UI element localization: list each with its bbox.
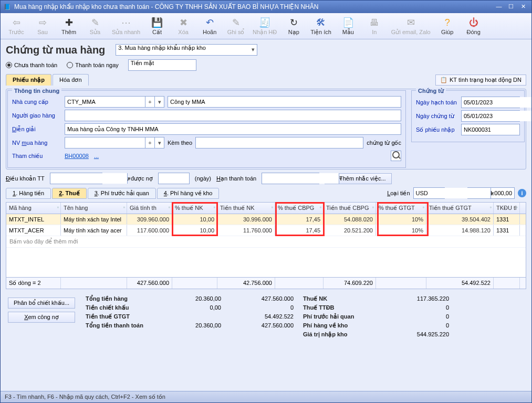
docinfo-legend: Chứng từ	[416, 88, 446, 94]
table-row[interactable]: MTXT_INTELMáy tính xách tay Intel309.960…	[6, 214, 526, 225]
toolbar-icon: ⇦	[13, 16, 20, 29]
acc-date-input[interactable]: 🕘▾	[461, 97, 520, 108]
toolbar-icon: 💾	[151, 16, 163, 29]
ref-link[interactable]: BH00008	[65, 153, 89, 159]
col-pct-thue-cbpg[interactable]: % thuế CBPG	[275, 203, 324, 214]
check-icon: 📋	[440, 77, 447, 83]
tax-grid: Mã hàng Tên hàng Giá tính th % thuế NK T…	[6, 202, 526, 289]
col-tien-thue-cbpg[interactable]: Tiền thuế CBPG	[324, 203, 376, 214]
toolbar-icon: ✉	[407, 16, 415, 29]
terms-dk-label: Điều khoản TT	[6, 175, 45, 182]
doc-no-input[interactable]	[461, 124, 520, 135]
toolbar-đóng[interactable]: ⏻Đóng	[462, 15, 485, 37]
emp-combo[interactable]: +▾	[65, 137, 164, 149]
currency-label: Loại tiền	[387, 190, 410, 197]
toolbar-icon: ✎	[232, 16, 240, 29]
toolbar-trước: ⇦Trước	[5, 15, 28, 37]
ref-more[interactable]: ...	[94, 153, 99, 159]
phan-bo-button[interactable]: Phân bổ chiết khấu...	[8, 298, 75, 309]
radio-unpaid[interactable]: Chưa thanh toán	[6, 62, 57, 69]
doc-date-label: Ngày chứng từ	[416, 113, 458, 120]
toolbar-icon: ⏻	[469, 16, 478, 29]
terms-days-input[interactable]	[158, 173, 190, 184]
col-gia-tinh-thue[interactable]: Giá tính th	[127, 203, 172, 214]
toolbar-icon: 📄	[342, 16, 354, 29]
subtab-phi-ve[interactable]: 4. Phí hàng về kho	[157, 188, 220, 199]
terms-due-combo[interactable]: ▾	[262, 173, 319, 184]
pay-method-select[interactable]: Tiền mặt	[128, 59, 196, 71]
col-pct-thue-nk[interactable]: % thuế NK	[172, 203, 217, 214]
toolbar-icon: 🧾	[259, 16, 270, 29]
lbl-tien-thue-gtgt: Tiền thuế GTGT	[86, 313, 159, 320]
acc-date-label: Ngày hạch toán	[416, 99, 458, 106]
doc-date-input[interactable]: ▾	[461, 110, 520, 122]
terms-days-unit: (ngày)	[195, 175, 211, 182]
toolbar-icon: ⇨	[39, 16, 47, 29]
ref-label: Tham chiếu	[12, 153, 61, 160]
xem-cong-no-button[interactable]: Xem công nợ	[8, 312, 75, 323]
minimize-button[interactable]: —	[494, 3, 504, 11]
grid-header: Mã hàng Tên hàng Giá tính th % thuế NK T…	[6, 203, 526, 214]
statusbar: F3 - Tìm nhanh, F6 - Nhập mã quy cách, C…	[1, 391, 531, 402]
col-tien-thue-gtgt[interactable]: Tiền thuế GTGT	[426, 203, 494, 214]
toolbar-icon: ?	[445, 16, 450, 29]
toolbar-nạp[interactable]: ↻Nạp	[282, 15, 305, 37]
doc-type-select[interactable]: 3. Mua hàng nhập khẩu nhập kho	[116, 44, 257, 56]
lbl-phi-truoc-hq: Phí trước hải quan	[303, 313, 377, 320]
window-title: Mua hàng nhập khẩu nhập kho chưa thanh t…	[14, 3, 492, 10]
toolbar-icon: ↻	[290, 16, 298, 29]
kem-theo-label: Kèm theo	[168, 140, 192, 146]
col-ma-hang[interactable]: Mã hàng	[6, 203, 61, 214]
lbl-gia-tri-nhap-kho: Giá trị nhập kho	[303, 331, 377, 338]
toolbar-sửa-nhanh: ⋯Sửa nhanh	[110, 15, 142, 37]
terms-dk-combo[interactable]: ▾	[50, 173, 102, 184]
toolbar-icon: ✚	[65, 16, 73, 29]
toolbar-icon: ⋯	[121, 16, 131, 29]
doc-no-label: Số phiếu nhập	[416, 126, 458, 133]
col-tien-thue-nk[interactable]: Tiền thuế NK	[217, 203, 275, 214]
toolbar-icon: 🖶	[370, 16, 379, 29]
radio-paynow[interactable]: Thanh toán ngay	[67, 62, 119, 68]
subtab-thue[interactable]: 2. Thuế	[52, 188, 86, 199]
deliverer-input[interactable]	[65, 110, 401, 121]
titlebar: 📘 Mua hàng nhập khẩu nhập kho chưa thanh…	[1, 1, 531, 13]
tab-phieu-nhap[interactable]: Phiếu nhập	[6, 74, 51, 86]
toolbar-tiện-ích[interactable]: 🛠Tiện ích	[308, 15, 333, 37]
toolbar-mẫu[interactable]: 📄Mẫu	[337, 15, 360, 37]
currency-combo[interactable]: ▾	[413, 187, 445, 199]
close-button[interactable]: ✕	[518, 3, 528, 11]
search-icon	[392, 151, 400, 158]
desc-input[interactable]	[65, 123, 401, 135]
main-toolbar: ⇦Trước⇨Sau✚Thêm✎Sửa⋯Sửa nhanh💾Cất✖Xóa↶Ho…	[1, 13, 531, 39]
table-row[interactable]: MTXT_ACERMáy tính xách tay acer117.600.0…	[6, 225, 526, 236]
subtab-phi-truoc[interactable]: 3. Phí trước hải quan	[88, 188, 156, 199]
terms-due-label: Hạn thanh toán	[216, 175, 256, 182]
col-pct-thue-gtgt[interactable]: % thuế GTGT	[376, 203, 426, 214]
info-icon[interactable]: i	[518, 189, 526, 197]
lbl-tong-thanh-toan: Tổng tiền thanh toán	[86, 322, 159, 329]
subtab-hang-tien[interactable]: 1. Hàng tiền	[6, 188, 51, 199]
add-row-hint[interactable]: Bấm vào đây để thêm mới	[6, 236, 526, 248]
toolbar-thêm[interactable]: ✚Thêm	[57, 15, 80, 37]
toolbar-hoãn[interactable]: ↶Hoãn	[198, 15, 221, 37]
lbl-phi-hang-ve: Phí hàng về kho	[303, 322, 377, 329]
ref-search-button[interactable]	[391, 151, 401, 161]
col-tkdu[interactable]: TKĐU tl	[494, 203, 520, 214]
supplier-combo[interactable]: +▾	[65, 96, 164, 108]
lbl-thue-ttdb: Thuế TTĐB	[303, 304, 377, 311]
supplier-label: Nhà cung cấp	[12, 99, 61, 105]
check-status-button[interactable]: 📋 KT tình trạng hoạt động DN	[435, 75, 526, 86]
col-ten-hang[interactable]: Tên hàng	[61, 203, 127, 214]
maximize-button[interactable]: ☐	[506, 3, 516, 11]
kem-theo-input[interactable]	[195, 137, 363, 149]
supplier-name-input[interactable]	[168, 96, 401, 108]
toolbar-icon: ✎	[91, 16, 99, 29]
toolbar-in: 🖶In	[363, 15, 386, 37]
toolbar-xóa: ✖Xóa	[172, 15, 195, 37]
grid-footer: Số dòng = 2 427.560.000 42.756.000 74.60…	[6, 277, 526, 289]
toolbar-icon: ✖	[180, 16, 187, 29]
toolbar-cất[interactable]: 💾Cất	[145, 15, 169, 37]
toolbar-giúp[interactable]: ?Giúp	[436, 15, 459, 37]
tab-hoa-don[interactable]: Hóa đơn	[53, 74, 88, 86]
lbl-thue-nk: Thuế NK	[303, 295, 377, 302]
